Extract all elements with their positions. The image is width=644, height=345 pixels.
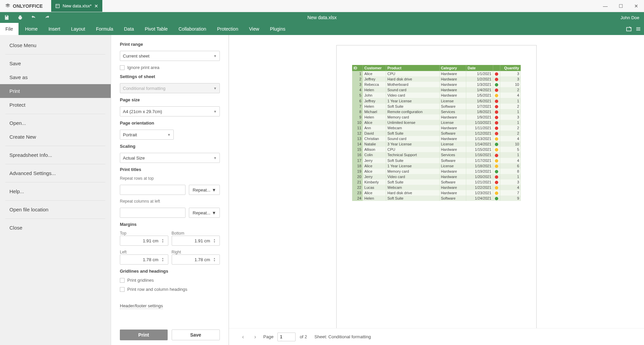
menu-plugins[interactable]: Plugins [265,23,291,35]
menu-formula[interactable]: Formula [91,23,118,35]
menu-icon[interactable] [635,26,641,32]
repeat-cols-input[interactable] [120,208,185,218]
header-footer-settings-link[interactable]: Header/footer settings [120,303,163,309]
menu-pivot-table[interactable]: Pivot Table [139,23,173,35]
status-dot-icon [495,83,498,87]
scaling-label: Scaling [120,144,220,149]
margin-top-label: Top [120,231,168,236]
status-dot-icon [495,127,498,130]
save-button[interactable]: Save [172,330,220,340]
margin-right-input[interactable]: 1.78 cm▲▼ [172,254,220,265]
user-name[interactable]: John Doe [620,15,639,20]
status-dot-icon [495,148,498,151]
file-create-new[interactable]: Create New [0,130,111,144]
table-row: 18Alice1 Year LicenseLicense1/18/20216 [352,163,521,169]
file-spreadsheet-info[interactable]: Spreadsheet Info... [0,148,111,162]
status-dot-icon [495,175,498,179]
titlebar: ONLYOFFICE New data.xlsx* ✕ — ☐ ✕ [0,0,644,12]
file-protect[interactable]: Protect [0,98,111,112]
status-dot-icon [495,192,498,195]
menu-data[interactable]: Data [118,23,139,35]
spinner-icon[interactable]: ▲▼ [161,257,165,262]
print-range-select[interactable]: Current sheet▼ [120,51,220,61]
preview-page: IDCustomerProductCategoryDateQuantity 1A… [336,45,537,328]
margin-top-input[interactable]: 1.91 cm▲▼ [120,236,168,246]
menu-layout[interactable]: Layout [66,23,91,35]
svg-rect-2 [56,4,60,8]
repeat-cols-button[interactable]: Repeat...▼ [189,208,220,218]
undo-icon[interactable] [30,14,37,21]
table-row: 1AliceCPUHardware1/1/20213 [352,71,521,76]
menu-home[interactable]: Home [20,23,43,35]
status-dot-icon [495,181,498,184]
status-dot-icon [495,116,498,119]
status-dot-icon [495,89,498,92]
print-icon[interactable] [17,14,24,21]
maximize-button[interactable]: ☐ [613,0,629,12]
file-help[interactable]: Help... [0,184,111,198]
spinner-icon[interactable]: ▲▼ [161,238,165,243]
table-row: 2JeffreyHard disk driveHardware1/2/20213 [352,76,521,82]
ignore-print-area-checkbox[interactable]: Ignore print area [120,65,220,70]
table-row: 23AliceHard disk driveHardware1/23/20217 [352,190,521,196]
spinner-icon[interactable]: ▲▼ [212,257,217,262]
margin-bottom-input[interactable]: 1.91 cm▲▼ [172,236,220,246]
menu-view[interactable]: View [244,23,265,35]
svg-rect-5 [6,15,7,16]
menu-protection[interactable]: Protection [212,23,244,35]
table-row: 4HelenSound cardHardware1/4/20212 [352,87,521,93]
menu-insert[interactable]: Insert [43,23,66,35]
file-save-as[interactable]: Save as [0,70,111,84]
open-location-icon[interactable] [626,26,632,32]
page-label: Page [263,334,273,339]
minimize-button[interactable]: — [598,0,613,12]
page-orientation-select[interactable]: Portrait▼ [120,130,174,140]
document-tab[interactable]: New data.xlsx* ✕ [51,0,102,12]
print-gridlines-checkbox[interactable]: Print gridlines [120,278,220,283]
table-row: 19AliceMemory cardHardware1/19/20218 [352,169,521,174]
next-page-button[interactable]: › [251,333,259,341]
repeat-rows-input[interactable] [120,185,185,195]
status-dot-icon [495,121,498,125]
page-total: of 2 [300,334,307,339]
table-row: 15AllisonCPUHardware1/15/20215 [352,147,521,152]
repeat-rows-button[interactable]: Repeat...▼ [189,185,220,195]
table-row: 16ColinTechnical SupportServices1/16/202… [352,152,521,158]
file-open[interactable]: Open... [0,116,111,130]
table-row: 6Jeffrey1 Year LicenseLicense1/6/20211 [352,98,521,103]
status-dot-icon [495,132,498,135]
svg-rect-8 [19,18,21,20]
print-headings-checkbox[interactable]: Print row and column headings [120,287,220,292]
file-open-location[interactable]: Open file location [0,203,111,216]
menu-file[interactable]: File [0,23,19,35]
col-header: Quantity [500,65,521,71]
print-range-label: Print range [120,42,220,47]
file-advanced-settings[interactable]: Advanced Settings... [0,166,111,180]
spinner-icon[interactable]: ▲▼ [212,238,217,243]
file-save[interactable]: Save [0,57,111,70]
page-number-input[interactable] [277,333,296,341]
page-size-select[interactable]: A4 (21cm x 29.7cm)▼ [120,106,220,116]
margin-right-label: Right [172,250,220,254]
table-row: 9HelenMemory cardHardware1/9/20213 [352,114,521,120]
file-close-menu[interactable]: Close Menu [0,38,111,52]
file-close[interactable]: Close [0,221,111,235]
col-header: Date [466,65,493,71]
quick-access-toolbar: New data.xlsx John Doe [0,12,644,23]
margin-left-input[interactable]: 1.78 cm▲▼ [120,254,168,265]
close-window-button[interactable]: ✕ [629,0,644,12]
app-logo-icon [5,3,11,9]
prev-page-button[interactable]: ‹ [239,333,247,341]
margin-bottom-label: Bottom [172,231,220,236]
save-icon[interactable] [3,14,10,21]
preview-body[interactable]: IDCustomerProductCategoryDateQuantity 1A… [229,35,644,328]
repeat-rows-label: Repeat rows at top [120,176,220,181]
print-button[interactable]: Print [120,330,168,340]
scaling-select[interactable]: Actual Size▼ [120,153,220,163]
menu-collaboration[interactable]: Collaboration [173,23,212,35]
file-print[interactable]: Print [0,84,111,98]
redo-icon[interactable] [44,14,50,21]
checkbox-icon [120,65,125,70]
tab-close-icon[interactable]: ✕ [94,3,98,9]
settings-of-sheet-select[interactable]: Conditional formatting▼ [120,83,220,93]
